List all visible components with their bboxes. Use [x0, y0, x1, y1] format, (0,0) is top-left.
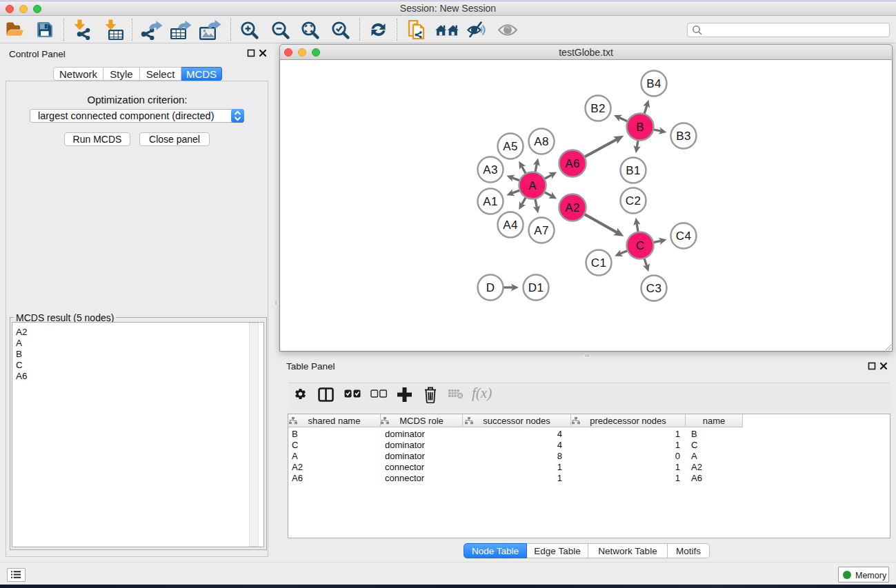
svg-text:B2: B2 — [590, 102, 606, 115]
svg-text:A3: A3 — [483, 163, 498, 176]
svg-text:A1: A1 — [483, 195, 498, 208]
svg-text:A5: A5 — [503, 140, 518, 153]
svg-text:C: C — [636, 239, 645, 252]
svg-text:A8: A8 — [534, 135, 549, 148]
svg-text:A7: A7 — [534, 224, 549, 237]
svg-text:B3: B3 — [676, 130, 691, 143]
svg-text:A2: A2 — [565, 201, 580, 214]
svg-text:A: A — [528, 179, 537, 192]
svg-text:A6: A6 — [565, 157, 580, 170]
svg-text:C2: C2 — [626, 194, 641, 207]
svg-text:A4: A4 — [503, 219, 518, 232]
svg-text:D: D — [486, 281, 495, 294]
svg-text:C1: C1 — [591, 256, 607, 270]
svg-text:C4: C4 — [676, 230, 692, 243]
svg-text:C3: C3 — [646, 282, 662, 295]
svg-text:B4: B4 — [646, 77, 661, 90]
svg-text:D1: D1 — [528, 281, 544, 294]
svg-text:B1: B1 — [626, 164, 641, 177]
svg-text:B: B — [636, 121, 644, 134]
